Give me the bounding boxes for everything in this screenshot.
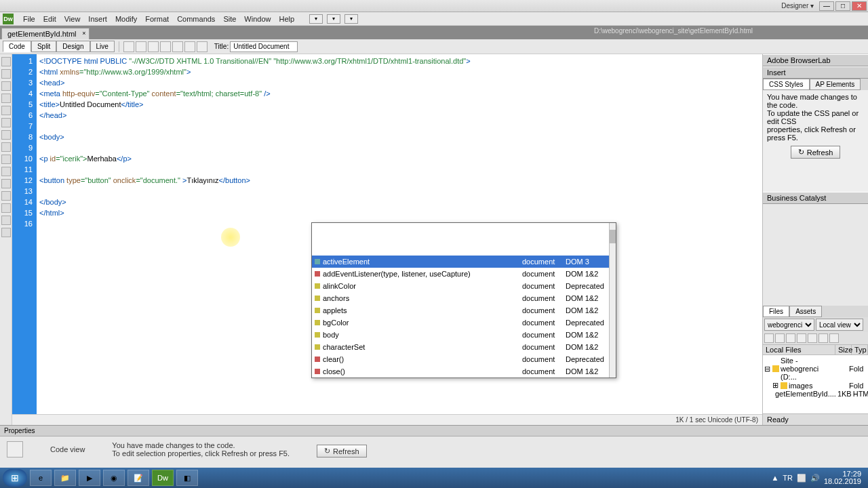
toolbar-icon[interactable] xyxy=(123,41,134,52)
autocomplete-popup[interactable]: activeElementdocumentDOM 3addEventListen… xyxy=(311,222,616,378)
user-dropdown-icon[interactable] xyxy=(344,14,358,24)
toolbar-icon[interactable] xyxy=(148,41,159,52)
tool-icon[interactable] xyxy=(1,94,11,103)
menu-help[interactable]: Help xyxy=(275,14,298,24)
maximize-button[interactable]: □ xyxy=(835,1,850,11)
menu-insert[interactable]: Insert xyxy=(84,14,111,24)
menu-site[interactable]: Site xyxy=(219,14,240,24)
autocomplete-item[interactable]: bodydocumentDOM 1&2 xyxy=(312,329,616,341)
menu-modify[interactable]: Modify xyxy=(111,14,141,24)
settings-dropdown-icon[interactable] xyxy=(327,14,340,24)
view-design-button[interactable]: Design xyxy=(56,41,90,52)
autocomplete-item[interactable]: close()documentDOM 1&2 xyxy=(312,365,616,378)
autocomplete-item[interactable]: appletsdocumentDOM 1&2 xyxy=(312,304,616,317)
taskbar-ie-icon[interactable]: e xyxy=(30,470,52,486)
windows-taskbar[interactable]: ⊞ e 📁 ▶ ◉ 📝 Dw ◧ ▲ TR ⬜ 🔊 17:2918.02.201… xyxy=(0,468,868,488)
tool-icon[interactable] xyxy=(1,228,11,237)
tray-net-icon[interactable]: ⬜ xyxy=(797,474,806,483)
toolbar-icon[interactable] xyxy=(160,41,171,52)
menu-file[interactable]: File xyxy=(19,14,39,24)
tool-icon[interactable] xyxy=(1,155,11,164)
autocomplete-item[interactable]: activeElementdocumentDOM 3 xyxy=(312,256,616,268)
files-tool-icon[interactable] xyxy=(764,333,774,343)
tab-ap-elements[interactable]: AP Elements xyxy=(810,79,861,90)
tool-icon[interactable] xyxy=(1,118,11,127)
refresh-icon[interactable] xyxy=(197,41,208,52)
files-tool-icon[interactable] xyxy=(775,333,785,343)
tray-clock[interactable]: 17:2918.02.2019 xyxy=(824,470,861,485)
file-tab[interactable]: getElementById.html × xyxy=(1,28,90,39)
menu-commands[interactable]: Commands xyxy=(173,14,219,24)
tray-lang[interactable]: TR xyxy=(783,474,793,482)
taskbar-explorer-icon[interactable]: 📁 xyxy=(54,470,76,486)
files-tool-icon[interactable] xyxy=(786,333,795,343)
autocomplete-item[interactable]: alinkColordocumentDeprecated xyxy=(312,280,616,292)
taskbar-notepad-icon[interactable]: 📝 xyxy=(127,470,149,486)
tool-icon[interactable] xyxy=(1,130,11,140)
toolbar-icon[interactable] xyxy=(172,41,183,52)
tool-icon[interactable] xyxy=(1,191,11,201)
tool-icon[interactable] xyxy=(1,106,11,115)
css-refresh-button[interactable]: ↻ Refresh xyxy=(791,146,841,159)
files-tool-icon[interactable] xyxy=(797,333,806,343)
user-dropdown[interactable]: Designer ▾ xyxy=(781,2,814,9)
view-live-button[interactable]: Live xyxy=(90,41,115,52)
code-area[interactable]: <!DOCTYPE html PUBLIC "-//W3C//DTD XHTML… xyxy=(37,54,762,414)
tab-assets[interactable]: Assets xyxy=(789,306,822,317)
close-button[interactable]: ✕ xyxy=(852,1,867,11)
panel-insert[interactable]: Insert xyxy=(763,66,868,79)
tray-sound-icon[interactable]: 🔊 xyxy=(810,474,820,483)
tray-flag-icon[interactable]: ▲ xyxy=(771,474,778,482)
panel-browserlab[interactable]: Adobe BrowserLab xyxy=(763,54,868,66)
properties-header[interactable]: Properties xyxy=(0,426,868,436)
minimize-button[interactable]: — xyxy=(819,1,834,11)
view-code-button[interactable]: Code xyxy=(3,41,31,52)
system-tray[interactable]: ▲ TR ⬜ 🔊 17:2918.02.2019 xyxy=(771,470,865,485)
taskbar-chrome-icon[interactable]: ◉ xyxy=(103,470,125,486)
panel-business-catalyst[interactable]: Business Catalyst xyxy=(763,192,868,204)
menu-view[interactable]: View xyxy=(60,14,85,24)
files-tool-icon[interactable] xyxy=(818,333,828,343)
file-tree[interactable]: ⊟Site - webogrenci (D:...Fold⊞imagesFold… xyxy=(763,355,868,413)
code-editor[interactable]: 12345678910111213141516 <!DOCTYPE html P… xyxy=(12,54,762,414)
doc-title-input[interactable] xyxy=(230,41,298,52)
autocomplete-item[interactable]: bgColordocumentDeprecated xyxy=(312,317,616,329)
autocomplete-item[interactable]: clear()documentDeprecated xyxy=(312,353,616,365)
files-tool-icon[interactable] xyxy=(829,333,839,343)
props-refresh-button[interactable]: ↻ Refresh xyxy=(317,445,367,458)
tab-files[interactable]: Files xyxy=(763,306,789,317)
toolbar-icon[interactable] xyxy=(184,41,195,52)
view-select[interactable]: Local view xyxy=(816,319,863,331)
tree-row[interactable]: ⊟Site - webogrenci (D:...Fold xyxy=(764,357,867,381)
tool-icon[interactable] xyxy=(1,81,11,91)
files-tool-icon[interactable] xyxy=(808,333,817,343)
app-logo-icon: Dw xyxy=(3,14,14,24)
tool-icon[interactable] xyxy=(1,57,11,66)
menu-format[interactable]: Format xyxy=(141,14,173,24)
menu-edit[interactable]: Edit xyxy=(39,14,60,24)
tool-icon[interactable] xyxy=(1,179,11,188)
file-tab-close-icon[interactable]: × xyxy=(82,30,85,37)
tree-row[interactable]: ⊞imagesFold xyxy=(764,381,867,390)
layout-dropdown-icon[interactable] xyxy=(309,14,323,24)
tool-icon[interactable] xyxy=(1,203,11,213)
start-button[interactable]: ⊞ xyxy=(3,469,27,487)
tool-icon[interactable] xyxy=(1,167,11,176)
taskbar-media-icon[interactable]: ▶ xyxy=(79,470,100,486)
tool-icon[interactable] xyxy=(1,142,11,152)
scrollbar[interactable] xyxy=(609,223,616,378)
view-split-button[interactable]: Split xyxy=(31,41,56,52)
tool-icon[interactable] xyxy=(1,216,11,225)
menu-window[interactable]: Window xyxy=(240,14,275,24)
tab-css-styles[interactable]: CSS Styles xyxy=(763,79,810,90)
taskbar-app-icon[interactable]: ◧ xyxy=(176,470,198,486)
site-select[interactable]: webogrenci xyxy=(764,319,814,331)
tool-icon[interactable] xyxy=(1,69,11,79)
toolbar-icon[interactable] xyxy=(136,41,146,52)
file-path: D:\webogrenci\webogrenci_site\getElement… xyxy=(594,27,753,35)
taskbar-dreamweaver-icon[interactable]: Dw xyxy=(152,470,174,486)
autocomplete-item[interactable]: characterSetdocumentDOM 1&2 xyxy=(312,341,616,353)
autocomplete-item[interactable]: anchorsdocumentDOM 1&2 xyxy=(312,292,616,304)
tree-row[interactable]: getElementById....1KBHTM xyxy=(764,390,867,398)
autocomplete-item[interactable]: addEventListener(type, listener, useCapt… xyxy=(312,268,616,280)
